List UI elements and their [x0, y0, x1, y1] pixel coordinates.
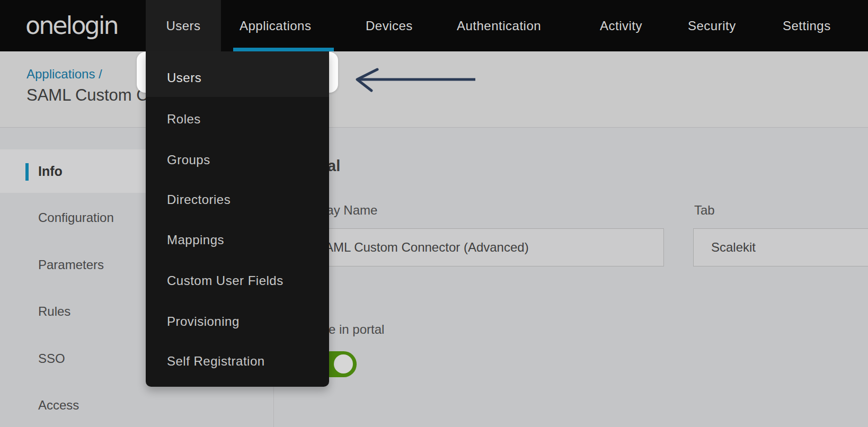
menu-item-mappings[interactable]: Mappings — [146, 224, 329, 256]
sidebar-item-parameters[interactable]: Parameters — [38, 254, 104, 275]
display-name-input[interactable] — [298, 228, 664, 266]
nav-item-devices[interactable]: Devices — [366, 0, 413, 51]
users-dropdown-menu: Users Roles Groups Directories Mappings … — [146, 51, 329, 387]
menu-item-custom-user-fields[interactable]: Custom User Fields — [146, 265, 329, 297]
content-area: Info Configuration Parameters Rules SSO … — [0, 128, 868, 427]
nav-item-users[interactable]: Users — [146, 0, 221, 51]
nav-item-activity[interactable]: Activity — [600, 0, 642, 51]
menu-item-provisioning[interactable]: Provisioning — [146, 306, 329, 337]
tab-label: Tab — [694, 202, 715, 219]
nav-item-settings[interactable]: Settings — [783, 0, 831, 51]
onelogin-logo[interactable]: onelogin — [25, 0, 118, 51]
sidebar-item-info[interactable]: Info — [38, 161, 63, 182]
menu-item-self-registration[interactable]: Self Registration — [146, 345, 329, 377]
toggle-knob — [334, 354, 353, 373]
tab-input[interactable] — [693, 228, 868, 266]
nav-item-security[interactable]: Security — [688, 0, 736, 51]
menu-item-groups[interactable]: Groups — [146, 144, 329, 176]
active-tab-underline — [233, 48, 334, 51]
nav-item-authentication[interactable]: Authentication — [457, 0, 541, 51]
sidebar-item-sso[interactable]: SSO — [38, 348, 65, 369]
page-header: Applications / SAML Custom Connector (Ad… — [0, 51, 868, 128]
sidebar-active-indicator — [25, 163, 29, 181]
menu-item-roles[interactable]: Roles — [146, 103, 329, 135]
breadcrumb[interactable]: Applications / — [26, 67, 102, 82]
nav-item-activity-label: Activity — [600, 19, 642, 33]
sidebar-item-configuration[interactable]: Configuration — [38, 207, 114, 228]
nav-item-applications[interactable]: Applications — [240, 0, 311, 51]
nav-item-authentication-label: Authentication — [457, 19, 541, 33]
top-nav: onelogin Users Applications Devices Auth… — [0, 0, 868, 51]
menu-item-users[interactable]: Users — [146, 62, 329, 94]
sidebar-item-rules[interactable]: Rules — [38, 301, 70, 322]
nav-item-users-label: Users — [166, 19, 200, 33]
nav-item-devices-label: Devices — [366, 19, 413, 33]
sidebar-item-access[interactable]: Access — [38, 395, 79, 416]
onelogin-admin-screen: onelogin Users Applications Devices Auth… — [0, 0, 868, 427]
menu-item-directories[interactable]: Directories — [146, 184, 329, 216]
nav-item-security-label: Security — [688, 19, 736, 33]
nav-item-applications-label: Applications — [240, 19, 311, 33]
nav-item-settings-label: Settings — [783, 19, 831, 33]
